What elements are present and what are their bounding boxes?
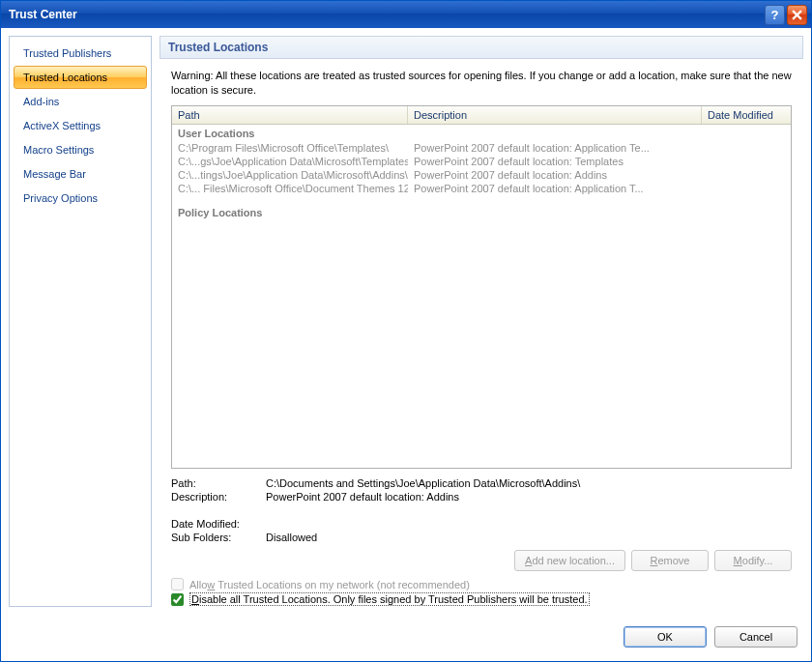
cell-path: C:\... Files\Microsoft Office\Document T… <box>172 183 408 194</box>
section-heading: Trusted Locations <box>160 36 803 59</box>
cell-desc: PowerPoint 2007 default location: Addins <box>408 169 702 181</box>
detail-value-description: PowerPoint 2007 default location: Addins <box>266 491 792 503</box>
main-panel: Trusted Locations Warning: All these loc… <box>160 36 803 607</box>
detail-label-path: Path: <box>171 477 266 489</box>
allow-network-locations-row: Allow Trusted Locations on my network (n… <box>160 577 803 591</box>
ok-button[interactable]: OK <box>624 626 707 648</box>
cell-date <box>702 169 791 181</box>
remove-button[interactable]: Remove <box>631 550 709 571</box>
allow-network-locations-label: Allow Trusted Locations on my network (n… <box>189 579 470 590</box>
disable-all-locations-row: Disable all Trusted Locations. Only file… <box>160 591 803 607</box>
disable-all-locations-label[interactable]: Disable all Trusted Locations. Only file… <box>189 592 590 606</box>
titlebar: Trust Center ? <box>1 1 811 28</box>
cell-date <box>702 183 791 194</box>
add-new-location-button[interactable]: Add new location... <box>514 550 625 571</box>
cell-desc: PowerPoint 2007 default location: Applic… <box>408 183 702 194</box>
table-row[interactable]: C:\Program Files\Microsoft Office\Templa… <box>172 141 791 155</box>
table-body[interactable]: User Locations C:\Program Files\Microsof… <box>172 125 791 468</box>
action-buttons-row: Add new location... Remove Modify... <box>160 546 803 577</box>
sidebar-item-trusted-locations[interactable]: Trusted Locations <box>14 66 147 89</box>
detail-label-sub-folders: Sub Folders: <box>171 532 266 543</box>
detail-value-sub-folders: Disallowed <box>266 532 792 543</box>
sidebar-item-message-bar[interactable]: Message Bar <box>14 162 147 186</box>
disable-all-locations-checkbox[interactable] <box>171 593 184 606</box>
table-header-row: Path Description Date Modified <box>172 106 791 125</box>
table-row[interactable]: C:\...gs\Joe\Application Data\Microsoft\… <box>172 155 791 168</box>
cell-path: C:\Program Files\Microsoft Office\Templa… <box>172 142 408 154</box>
cell-date <box>702 142 791 154</box>
cancel-button[interactable]: Cancel <box>714 626 798 648</box>
detail-label-description: Description: <box>171 491 266 503</box>
cell-date <box>702 156 791 167</box>
sidebar-item-add-ins[interactable]: Add-ins <box>14 90 147 113</box>
modify-button[interactable]: Modify... <box>714 550 792 571</box>
cell-desc: PowerPoint 2007 default location: Applic… <box>408 142 702 154</box>
detail-value-date-modified <box>266 518 792 530</box>
column-header-description[interactable]: Description <box>408 106 702 124</box>
table-row[interactable]: C:\...tings\Joe\Application Data\Microso… <box>172 168 791 182</box>
close-icon[interactable] <box>787 5 807 25</box>
table-row[interactable]: C:\... Files\Microsoft Office\Document T… <box>172 182 791 195</box>
sidebar-item-activex-settings[interactable]: ActiveX Settings <box>14 114 147 137</box>
group-policy-locations: Policy Locations <box>172 205 791 220</box>
group-user-locations: User Locations <box>172 126 791 141</box>
warning-text: Warning: All these locations are treated… <box>160 69 803 105</box>
allow-network-locations-checkbox <box>171 578 184 590</box>
column-header-date-modified[interactable]: Date Modified <box>702 106 791 124</box>
cell-path: C:\...gs\Joe\Application Data\Microsoft\… <box>172 156 408 167</box>
locations-table: Path Description Date Modified User Loca… <box>171 105 792 469</box>
details-pane: Path: C:\Documents and Settings\Joe\Appl… <box>160 469 803 546</box>
sidebar-item-macro-settings[interactable]: Macro Settings <box>14 138 147 161</box>
sidebar-item-trusted-publishers[interactable]: Trusted Publishers <box>14 42 147 65</box>
detail-label-date-modified: Date Modified: <box>171 518 266 530</box>
help-icon[interactable]: ? <box>765 5 785 25</box>
window-title: Trust Center <box>9 8 765 21</box>
sidebar-item-privacy-options[interactable]: Privacy Options <box>14 187 147 210</box>
detail-value-path: C:\Documents and Settings\Joe\Applicatio… <box>266 477 792 489</box>
dialog-footer: OK Cancel <box>1 615 811 661</box>
cell-path: C:\...tings\Joe\Application Data\Microso… <box>172 169 408 181</box>
sidebar: Trusted Publishers Trusted Locations Add… <box>9 36 152 607</box>
column-header-path[interactable]: Path <box>172 106 408 124</box>
trust-center-window: Trust Center ? Trusted Publishers Truste… <box>0 0 812 662</box>
cell-desc: PowerPoint 2007 default location: Templa… <box>408 156 702 167</box>
